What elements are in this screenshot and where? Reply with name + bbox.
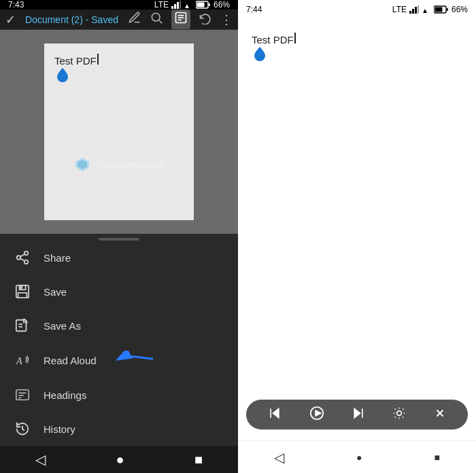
- right-battery-icon: [434, 5, 449, 14]
- blue-arrow-indicator: [116, 351, 156, 370]
- right-text-cursor: [294, 33, 296, 43]
- svg-rect-1: [174, 4, 176, 9]
- svg-rect-41: [435, 7, 442, 12]
- watermark: TheWindowsClub: [74, 156, 164, 173]
- watermark-text: TheWindowsClub: [95, 160, 164, 170]
- headings-icon: [14, 386, 31, 404]
- menu-item-history[interactable]: History: [0, 412, 238, 446]
- left-nav-bar: ◁ ● ■: [0, 446, 238, 473]
- svg-marker-45: [316, 410, 320, 415]
- playback-bar: [246, 400, 468, 430]
- right-network: LTE: [392, 5, 407, 14]
- undo-icon[interactable]: [199, 11, 212, 28]
- svg-point-17: [17, 256, 21, 260]
- search-icon[interactable]: [150, 11, 163, 28]
- svg-point-48: [397, 410, 402, 415]
- svg-line-20: [20, 254, 24, 257]
- svg-text:A: A: [16, 355, 22, 366]
- left-battery-icon: [196, 1, 211, 9]
- bottom-menu: Share Save: [0, 234, 238, 446]
- save-icon: [14, 283, 31, 300]
- right-home-btn[interactable]: ●: [343, 446, 375, 468]
- menu-item-read-aloud[interactable]: A Read Aloud: [0, 343, 238, 378]
- left-back-btn[interactable]: ◁: [22, 446, 59, 473]
- share-label: Share: [44, 252, 71, 264]
- svg-rect-35: [412, 9, 414, 14]
- left-status-right: LTE ▲ 66%: [154, 0, 230, 10]
- view-icon[interactable]: [171, 10, 190, 29]
- left-square-btn[interactable]: ■: [181, 446, 216, 473]
- right-doc-area: Test PDF: [238, 19, 476, 400]
- right-doc-text-content: Test PDF: [252, 34, 294, 46]
- lte-icon: ▲: [184, 1, 193, 9]
- svg-line-19: [20, 258, 24, 261]
- svg-rect-7: [197, 3, 204, 7]
- svg-rect-24: [16, 320, 27, 332]
- svg-rect-23: [20, 287, 22, 289]
- svg-rect-30: [16, 390, 29, 400]
- left-battery: 66%: [214, 0, 230, 10]
- read-aloud-icon: A: [14, 351, 31, 369]
- right-nav-bar: ◁ ● ■: [238, 440, 476, 473]
- doc-text-content: Test PDF: [54, 55, 97, 67]
- arrow-svg: [116, 351, 156, 367]
- menu-item-save-as[interactable]: Save As: [0, 309, 238, 343]
- document-title: Document (2) - Saved: [16, 14, 128, 25]
- left-toolbar: ✓ Document (2) - Saved: [0, 10, 238, 30]
- signal-icon: [171, 1, 181, 9]
- close-playback-btn[interactable]: [428, 404, 452, 425]
- checkmark-icon[interactable]: ✓: [5, 12, 16, 27]
- save-label: Save: [44, 286, 67, 298]
- forward-btn[interactable]: [346, 404, 371, 426]
- doc-page: Test PDF: [44, 43, 194, 220]
- svg-text:▲: ▲: [422, 7, 428, 14]
- svg-rect-0: [171, 6, 173, 9]
- svg-rect-2: [177, 2, 179, 9]
- more-options-icon[interactable]: ⋮: [220, 12, 233, 27]
- share-icon: [14, 249, 31, 266]
- svg-marker-42: [273, 408, 279, 417]
- svg-rect-37: [418, 5, 419, 14]
- rewind-btn[interactable]: [262, 404, 287, 426]
- speed-btn[interactable]: [387, 404, 411, 426]
- svg-rect-34: [409, 11, 411, 14]
- right-back-btn[interactable]: ◁: [260, 444, 298, 471]
- svg-point-18: [24, 260, 29, 264]
- right-doc-text-line: Test PDF: [252, 33, 462, 46]
- right-signal-icon: [409, 5, 419, 14]
- svg-rect-3: [180, 1, 181, 9]
- right-square-btn[interactable]: ■: [421, 446, 454, 468]
- right-status-right: LTE ▲ 66%: [392, 5, 468, 14]
- left-time: 7:43: [8, 0, 24, 10]
- svg-rect-6: [209, 3, 210, 6]
- left-network: LTE: [154, 0, 169, 10]
- toolbar-right-icons: ⋮: [128, 10, 233, 29]
- svg-marker-46: [354, 408, 360, 417]
- history-label: History: [44, 423, 75, 435]
- svg-text:▲: ▲: [184, 2, 190, 9]
- svg-point-16: [24, 251, 29, 256]
- headings-label: Headings: [44, 389, 86, 401]
- right-status-bar: 7:44 LTE ▲ 66%: [238, 0, 476, 19]
- document-area: Test PDF TheWindowsClub: [0, 30, 238, 234]
- play-btn[interactable]: [304, 403, 330, 427]
- svg-line-9: [159, 20, 163, 24]
- left-home-btn[interactable]: ●: [102, 446, 137, 473]
- doc-text-line: Test PDF: [54, 54, 184, 67]
- right-lte-icon: ▲: [422, 5, 431, 14]
- edit-icon[interactable]: [128, 11, 141, 28]
- svg-rect-40: [447, 8, 448, 11]
- save-as-label: Save As: [44, 320, 81, 332]
- read-aloud-label: Read Aloud: [44, 355, 97, 366]
- svg-rect-36: [415, 7, 417, 14]
- svg-point-8: [152, 13, 160, 21]
- history-icon: [14, 420, 31, 438]
- watermark-logo-icon: [74, 156, 90, 173]
- menu-item-share[interactable]: Share: [0, 241, 238, 275]
- drop-cursor-left: [57, 68, 68, 83]
- text-cursor: [97, 54, 99, 65]
- left-status-bar: 7:43 LTE ▲ 66%: [0, 0, 238, 10]
- menu-item-headings[interactable]: Headings: [0, 378, 238, 412]
- menu-item-save[interactable]: Save: [0, 275, 238, 309]
- right-panel: 7:44 LTE ▲ 66% Test PDF: [238, 0, 476, 473]
